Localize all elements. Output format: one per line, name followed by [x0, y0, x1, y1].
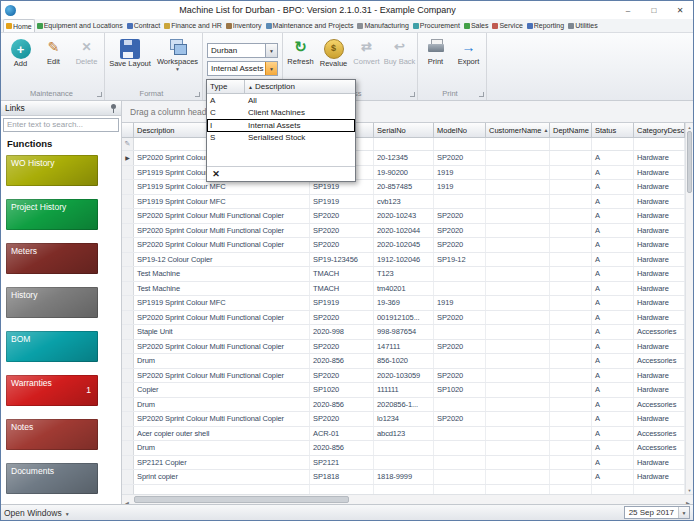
dialog-launcher-icon[interactable] [97, 92, 102, 97]
row-indicator [122, 253, 134, 267]
table-row[interactable]: SP1919 Sprint Colour MFC SP1919 19-369 1… [122, 296, 685, 311]
table-row[interactable]: SP2020 Sprint Colour Multi Functional Co… [122, 340, 685, 355]
table-row[interactable]: Drum 2020-856 A Accessories [122, 441, 685, 456]
buy-back-button[interactable]: Buy Back [383, 34, 416, 88]
sort-ascending-icon: ▲ [544, 127, 549, 133]
table-row[interactable]: SP1919 Sprint Colour MFC SP1919 20-85748… [122, 180, 685, 195]
column-header-serialno[interactable]: SerialNo [374, 123, 434, 137]
minimize-button[interactable]: – [615, 1, 641, 19]
branch-combobox[interactable]: Durban [207, 43, 278, 58]
ribbon-tab[interactable]: Service [490, 19, 524, 32]
scroll-left-icon[interactable] [122, 491, 132, 505]
ribbon-tab[interactable]: Sales [462, 19, 491, 32]
popup-header-row: Type Description [207, 80, 355, 94]
column-header-deptname[interactable]: DeptName [550, 123, 592, 137]
branch-dropdown-icon[interactable] [265, 44, 277, 57]
save-layout-button[interactable]: Save Layout [106, 34, 154, 88]
vscroll-thumb[interactable] [687, 131, 692, 193]
column-header-modelno[interactable]: ModelNo [434, 123, 486, 137]
function-button[interactable]: Notes [6, 419, 98, 450]
row-indicator [122, 412, 134, 426]
export-button[interactable]: Export [452, 34, 485, 88]
function-button[interactable]: Project History [6, 199, 98, 230]
row-indicator [122, 470, 134, 484]
table-row[interactable]: Test Machine TMACH T123 A Hardware [122, 267, 685, 282]
ribbon-tab[interactable]: Manufacturing [355, 19, 410, 32]
dialog-launcher-icon[interactable] [410, 92, 415, 97]
popup-list-item[interactable]: C Client Machines [207, 107, 355, 120]
popup-column-type[interactable]: Type [207, 80, 245, 93]
print-button[interactable]: Print [419, 34, 452, 88]
table-row[interactable]: SP2020 Sprint Colour Multi Functional Co… [122, 238, 685, 253]
ribbon-tab[interactable]: Finance and HR [162, 19, 224, 32]
table-row[interactable]: SP2020 Sprint Colour Multi Functional Co… [122, 369, 685, 384]
row-indicator [122, 383, 134, 397]
table-row[interactable]: SP2020 Sprint Colour Multi Functional Co… [122, 311, 685, 326]
function-button[interactable]: BOM [6, 331, 98, 362]
table-row[interactable]: Copier SP1020 111111 SP1020 A Hardware [122, 383, 685, 398]
maximize-button[interactable]: □ [641, 1, 667, 19]
open-windows-button[interactable]: Open Windows [4, 508, 70, 518]
table-row[interactable]: SP2020 Sprint Colour Multi Functional Co… [122, 209, 685, 224]
table-row[interactable]: Sprint copier SP1818 1818-9999 A Hardwar… [122, 470, 685, 485]
popup-column-description[interactable]: Description [245, 80, 355, 93]
dialog-launcher-icon[interactable] [195, 92, 200, 97]
ribbon-tab[interactable]: Contract [125, 19, 162, 32]
function-button[interactable]: Meters [6, 243, 98, 274]
function-button[interactable]: History [6, 287, 98, 318]
horizontal-scrollbar[interactable] [122, 494, 693, 504]
row-indicator [122, 282, 134, 296]
table-row[interactable]: SP1919 Sprint Colour MFC SP1919 cvb123 A… [122, 195, 685, 210]
table-row[interactable] [122, 485, 685, 495]
ribbon-tab[interactable]: Procurement [411, 19, 462, 32]
tab-icon [127, 23, 133, 29]
ribbon-tab[interactable]: Inventory [224, 19, 264, 32]
asset-type-dropdown-icon[interactable] [265, 62, 277, 75]
function-button[interactable]: Documents [6, 463, 98, 494]
table-row[interactable]: SP2020 Sprint Colour Multi Functional Co… [122, 412, 685, 427]
table-row[interactable]: Staple Unit 2020-998 998-987654 A Access… [122, 325, 685, 340]
ribbon-tab[interactable]: Utilities [566, 19, 600, 32]
row-indicator [122, 369, 134, 383]
tab-icon [464, 23, 470, 29]
ribbon-tab[interactable]: Maintenance and Projects [264, 19, 356, 32]
function-button[interactable]: WO History [6, 155, 98, 186]
clear-filter-button[interactable]: ✕ [209, 168, 223, 180]
close-button[interactable]: ✕ [667, 1, 693, 19]
delete-button[interactable]: Delete [70, 34, 103, 88]
scroll-right-icon[interactable] [683, 491, 693, 505]
ribbon-tab[interactable]: Equipment and Locations [35, 19, 125, 32]
pin-icon[interactable] [109, 104, 117, 113]
asset-type-combobox[interactable]: Internal Assets [207, 61, 278, 76]
refresh-icon [291, 37, 311, 57]
table-row[interactable]: Drum 2020-856 2020856-1... A Accessories [122, 398, 685, 413]
scroll-up-icon[interactable] [686, 123, 693, 131]
ribbon-tab[interactable]: Reporting [525, 19, 566, 32]
tab-icon [527, 23, 533, 29]
workspaces-button[interactable]: Workspaces [154, 34, 201, 88]
search-input[interactable] [4, 120, 118, 129]
table-row[interactable]: SP2020 Sprint Colour Multi Functional Co… [122, 224, 685, 239]
table-row[interactable]: Acer copier outer shell ACR-01 abcd123 A… [122, 427, 685, 442]
popup-list-item[interactable]: I Internal Assets [207, 119, 355, 132]
popup-list-item[interactable]: S Serialised Stock [207, 132, 355, 145]
date-dropdown-icon[interactable] [678, 507, 689, 518]
popup-list-item[interactable]: A All [207, 94, 355, 107]
edit-button[interactable]: Edit [37, 34, 70, 88]
hscroll-thumb[interactable] [134, 496, 349, 503]
vertical-scrollbar[interactable] [685, 123, 693, 494]
filter-pencil-icon [125, 140, 131, 148]
table-row[interactable]: Drum 2020-856 856-1020 A Accessories [122, 354, 685, 369]
table-row[interactable]: SP19-12 Colour Copier SP19-123456 1912-1… [122, 253, 685, 268]
column-header-status[interactable]: Status [592, 123, 634, 137]
table-row[interactable]: SP2121 Copier SP2121 A Hardware [122, 456, 685, 471]
table-row[interactable]: Test Machine TMACH tm40201 A Hardware [122, 282, 685, 297]
ribbon-tab[interactable]: Home [3, 19, 35, 32]
add-button[interactable]: Add [4, 34, 37, 88]
column-header-customername[interactable]: CustomerName ▲ [486, 123, 550, 137]
column-header-categorydesc[interactable]: CategoryDesc [634, 123, 685, 137]
function-button[interactable]: Warranties 1 [6, 375, 98, 406]
date-editor[interactable]: 25 Sep 2017 [624, 506, 690, 519]
dialog-launcher-icon[interactable] [479, 92, 484, 97]
ribbon-group-maintenance: Add Edit Delete Maintenance [3, 33, 105, 100]
